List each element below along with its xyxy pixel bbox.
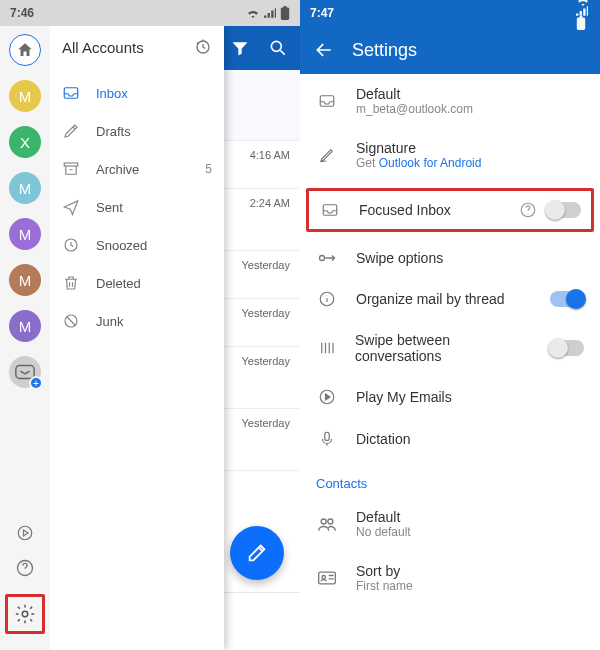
card-icon xyxy=(316,570,338,586)
setting-signature[interactable]: SignatureGet Outlook for Android xyxy=(300,128,600,182)
setting-swipe-options[interactable]: Swipe options xyxy=(300,238,600,278)
folder-inbox[interactable]: Inbox xyxy=(50,74,224,112)
svg-rect-18 xyxy=(325,432,330,440)
account-avatar[interactable]: M xyxy=(9,80,41,112)
trash-icon xyxy=(62,274,80,292)
setting-swipe-convo[interactable]: Swipe between conversations xyxy=(300,320,600,376)
setting-link[interactable]: Outlook for Android xyxy=(379,156,482,170)
clock: 7:47 xyxy=(310,6,334,20)
phone-right: 7:47 Settings Defaultm_beta@outlook.comS… xyxy=(300,0,600,650)
people-icon xyxy=(316,516,338,532)
folder-label: Inbox xyxy=(96,86,128,101)
battery-icon xyxy=(280,6,290,20)
info-icon xyxy=(316,290,338,308)
nav-drawer: MXMMMM+ All Accounts InboxDraftsArchive5… xyxy=(0,26,224,650)
accounts-title: All Accounts xyxy=(62,39,144,56)
setting-sub: No default xyxy=(356,525,411,539)
account-avatar[interactable]: M xyxy=(9,310,41,342)
setting-title: Organize mail by thread xyxy=(356,291,505,307)
setting-title: Focused Inbox xyxy=(359,202,451,218)
filter-icon[interactable] xyxy=(230,38,250,58)
folder-label: Sent xyxy=(96,200,123,215)
pen-icon xyxy=(316,146,338,164)
toggle[interactable] xyxy=(550,291,584,307)
setting-sub: Get Outlook for Android xyxy=(356,156,481,170)
clock: 7:46 xyxy=(10,6,34,20)
folder-label: Archive xyxy=(96,162,139,177)
account-rail: MXMMMM+ xyxy=(0,26,50,650)
signal-icon xyxy=(576,6,588,16)
archive-icon xyxy=(62,160,80,178)
svg-point-22 xyxy=(322,576,325,579)
settings-gear[interactable] xyxy=(5,594,45,634)
setting-title: Default xyxy=(356,509,411,525)
mic-icon xyxy=(316,430,338,448)
setting-contacts-default[interactable]: DefaultNo default xyxy=(300,497,600,551)
compose-fab[interactable] xyxy=(230,526,284,580)
folder-count: 5 xyxy=(205,162,212,176)
setting-focused-inbox[interactable]: Focused Inbox xyxy=(306,188,594,232)
swipe-icon xyxy=(316,251,338,265)
setting-sort-by[interactable]: Sort byFirst name xyxy=(300,551,600,605)
section-contacts: Contacts xyxy=(300,460,600,497)
drawer-main: All Accounts InboxDraftsArchive5SentSnoo… xyxy=(50,26,224,650)
setting-organize-thread[interactable]: Organize mail by thread xyxy=(300,278,600,320)
setting-title: Signature xyxy=(356,140,481,156)
setting-title: Swipe between conversations xyxy=(355,332,532,364)
svg-rect-21 xyxy=(319,572,336,584)
folder-list: InboxDraftsArchive5SentSnoozedDeletedJun… xyxy=(50,70,224,340)
svg-point-15 xyxy=(320,256,325,261)
setting-title: Default xyxy=(356,86,473,102)
folder-deleted[interactable]: Deleted xyxy=(50,264,224,302)
folder-junk[interactable]: Junk xyxy=(50,302,224,340)
svg-rect-8 xyxy=(64,88,78,99)
settings-title: Settings xyxy=(352,40,417,61)
inbox-icon xyxy=(62,84,80,102)
setting-title: Dictation xyxy=(356,431,410,447)
svg-point-20 xyxy=(328,519,333,524)
statusbar-left: 7:46 xyxy=(0,0,300,26)
setting-dictation[interactable]: Dictation xyxy=(300,418,600,460)
help-icon[interactable] xyxy=(519,201,537,219)
setting-title: Swipe options xyxy=(356,250,443,266)
toggle[interactable] xyxy=(547,202,581,218)
inbox-icon xyxy=(316,92,338,110)
toggle[interactable] xyxy=(550,340,584,356)
settings-list[interactable]: Defaultm_beta@outlook.comSignatureGet Ou… xyxy=(300,74,600,650)
play-icon xyxy=(316,388,338,406)
play-icon[interactable] xyxy=(16,524,34,542)
svg-rect-13 xyxy=(323,205,337,216)
folder-sent[interactable]: Sent xyxy=(50,188,224,226)
account-avatar[interactable]: M xyxy=(9,218,41,250)
system-icons xyxy=(246,6,290,20)
dnd-icon[interactable] xyxy=(194,38,212,56)
add-account[interactable]: + xyxy=(9,356,41,388)
sent-icon xyxy=(62,198,80,216)
account-avatar[interactable]: M xyxy=(9,264,41,296)
svg-point-4 xyxy=(18,526,32,540)
inbox-icon xyxy=(319,201,341,219)
account-home[interactable] xyxy=(9,34,41,66)
back-icon[interactable] xyxy=(314,40,334,60)
setting-title: Play My Emails xyxy=(356,389,452,405)
search-icon[interactable] xyxy=(268,38,288,58)
setting-default-account[interactable]: Defaultm_beta@outlook.com xyxy=(300,74,600,128)
folder-snoozed[interactable]: Snoozed xyxy=(50,226,224,264)
help-icon[interactable] xyxy=(15,558,35,578)
setting-sub: First name xyxy=(356,579,413,593)
folder-label: Snoozed xyxy=(96,238,147,253)
phone-left: 7:46 Ad& Great Pr…ore. Free…4:16 AMbuild… xyxy=(0,0,300,650)
signal-icon xyxy=(264,8,276,18)
account-avatar[interactable]: X xyxy=(9,126,41,158)
svg-rect-9 xyxy=(64,163,78,166)
folder-drafts[interactable]: Drafts xyxy=(50,112,224,150)
columns-icon xyxy=(316,339,337,357)
compose-icon xyxy=(246,542,268,564)
wifi-icon xyxy=(246,8,260,18)
battery-icon xyxy=(576,16,586,30)
svg-point-0 xyxy=(271,41,281,51)
setting-play-emails[interactable]: Play My Emails xyxy=(300,376,600,418)
system-icons xyxy=(576,0,590,30)
folder-archive[interactable]: Archive5 xyxy=(50,150,224,188)
account-avatar[interactable]: M xyxy=(9,172,41,204)
